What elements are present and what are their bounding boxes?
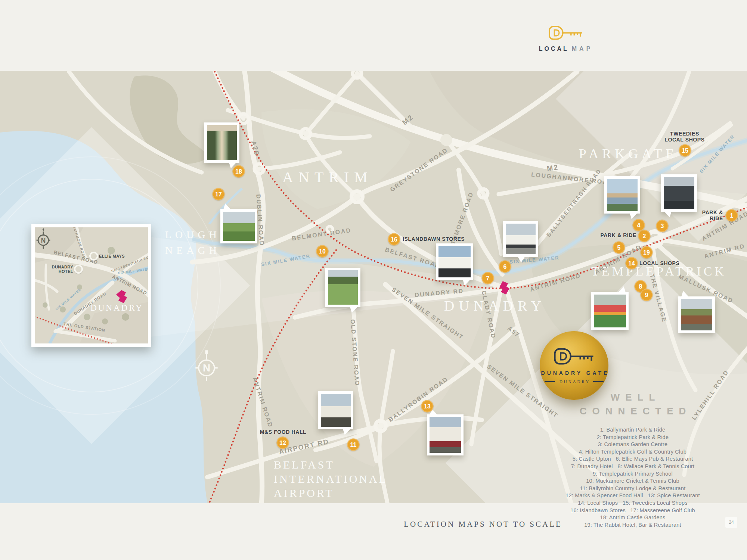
inset-poi-label-ellie-mays: ELLIE MAYS [99, 254, 125, 258]
legend-item-2: 2: Templepatrick Park & Ride [528, 434, 737, 441]
photo-tail [630, 213, 637, 219]
place-label-dunadry: DUNADRY [444, 298, 546, 314]
photo-tail [223, 203, 231, 209]
map-marker-18: 18 [233, 165, 245, 178]
legend-item-1: 1: Ballymartin Park & Ride [528, 426, 737, 434]
page-title: LOCALMAP [539, 46, 593, 52]
road-label-m2: M2 [546, 163, 559, 173]
rabbit-hotel-photo-image [681, 299, 712, 330]
inset-poi-ring-dunadry [74, 265, 83, 274]
photo-tail [463, 280, 470, 286]
dunadry-hotel-photo [503, 221, 538, 257]
hilton-golf-club-photo-image [607, 179, 638, 211]
marker-label-tweedies: TWEEDIES LOCAL SHOPS [664, 131, 704, 143]
key-icon [549, 25, 583, 40]
photo-tail [343, 429, 350, 435]
legend-item-8: 10: Muckamore Cricket & Tennis Club [528, 477, 737, 485]
photo-tail [664, 211, 672, 217]
massereene-golf-photo-image [223, 212, 255, 241]
wallace-park-photo [591, 292, 629, 330]
brand-lockup: LOCALMAP [539, 25, 593, 52]
hilton-golf-club-photo [604, 176, 640, 214]
key-icon [554, 348, 594, 365]
legend-item-9: 11: Ballyrobin Country Lodge & Restauran… [528, 485, 737, 492]
map-marker-16: 16 [388, 233, 400, 246]
marker-label-park-ride: PARK & RIDE [600, 232, 636, 238]
marker-label-islandbawn-stores: ISLANDBAWN STORES [403, 236, 465, 242]
svg-text:N: N [41, 237, 46, 244]
photo-tail [518, 256, 525, 262]
ballyrobin-lodge-photo-image [321, 394, 351, 427]
place-label-belfast: BELFAST INTERNATIONAL AIRPORT [274, 458, 388, 500]
antrim-castle-gardens-photo [204, 122, 239, 163]
map-marker-17: 17 [213, 188, 225, 200]
legend-item-4: 4: Hilton Templepatrick Golf & Country C… [528, 448, 737, 456]
islandbawn-stores-photo-image [438, 246, 471, 277]
map-marker-4: 4 [633, 219, 645, 231]
map-marker-12: 12 [277, 437, 289, 449]
inset-compass-rose: N [35, 227, 52, 251]
dunadry-hotel-photo-image [506, 224, 536, 254]
legend-item-5: 5: Castle Upton 6: Ellie Mays Pub & Rest… [528, 455, 737, 463]
inset-site-marker [116, 290, 127, 303]
inset-poi-label-dunadry: DUNADRY HOTEL [52, 265, 73, 274]
map-marker-14: 14 [626, 257, 638, 270]
map-marker-10: 10 [316, 245, 329, 258]
map-marker-11: 11 [347, 439, 360, 451]
muckamore-cricket-photo-image [328, 270, 358, 305]
map-marker-5: 5 [613, 242, 625, 254]
local-map-page: M2M2A26DUBLIN ROADGREYSTONE ROADRATHMORE… [0, 0, 747, 560]
map-marker-9: 9 [641, 289, 653, 301]
legend-item-6: 7: Dunadry Hotel 8: Wallace Park & Tenni… [528, 463, 737, 470]
ballyrobin-lodge-photo [318, 391, 353, 429]
legend-item-10: 12: Marks & Spencer Food Hall 13: Spice … [528, 492, 737, 500]
legend-item-12: 16: Islandbawn Stores 17: Massereene Gol… [528, 507, 737, 514]
antrim-castle-gardens-photo-image [207, 125, 237, 160]
map-marker-7: 7 [482, 272, 494, 284]
photo-tail [681, 291, 689, 297]
inset-map-content: N RATHMORE ROADBELFAST ROADBALLYBENTRAGH… [35, 227, 148, 343]
footer-disclaimer: LOCATION MAPS NOT TO SCALE [404, 520, 562, 529]
badge-title: DUNADRY GATE [539, 370, 610, 376]
map-marker-1: 1 [726, 209, 738, 222]
map-marker-2: 2 [638, 230, 651, 242]
legend-item-7: 9: Templepatrick Primary School [528, 470, 737, 478]
map-marker-6: 6 [499, 261, 511, 273]
inset-map: N RATHMORE ROADBELFAST ROADBALLYBENTRAGH… [31, 224, 151, 347]
marker-label-park-ride: PARK & RIDE [699, 209, 723, 221]
marker-label-local-shops: LOCAL SHOPS [639, 260, 679, 266]
islandbawn-stores-photo [436, 243, 473, 280]
map-marker-13: 13 [421, 400, 434, 413]
legend-item-3: 3: Colemans Garden Centre [528, 441, 737, 448]
photo-tail [350, 307, 357, 313]
colemans-garden-centre-photo [661, 174, 697, 212]
inset-place-label-dunadry: DUNADRY [90, 303, 143, 313]
badge-subtitle: DUNADRY [545, 379, 604, 384]
map-marker-19: 19 [641, 246, 653, 259]
muckamore-cricket-photo [325, 268, 360, 307]
place-label-antrim: ANTRIM [282, 168, 373, 186]
wallace-park-photo-image [594, 295, 626, 327]
map-marker-15: 15 [679, 144, 691, 157]
rabbit-hotel-photo [678, 296, 715, 333]
place-label-lough: LOUGH NEAGH [165, 227, 220, 258]
legend-item-11: 14: Local Shops 15: Tweedies Local Shops [528, 500, 737, 507]
photo-tail [618, 286, 626, 292]
spice-restaurant-photo-image [430, 417, 461, 453]
map-marker-3: 3 [656, 220, 669, 232]
svg-text:N: N [203, 362, 210, 374]
spice-restaurant-photo [427, 414, 464, 455]
massereene-golf-photo [220, 209, 257, 243]
legend: WELL CONNECTED 1: Ballymartin Park & Rid… [528, 391, 737, 529]
dunadry-gate-badge: DUNADRY GATE DUNADRY [540, 331, 608, 400]
place-label-parkgate: PARKGATE [579, 146, 678, 162]
legend-title-line2: CONNECTED [528, 404, 737, 418]
compass-rose: N [193, 347, 220, 386]
page-number: 24 [725, 517, 737, 528]
marker-label-m-s-food-hall: M&S FOOD HALL [260, 429, 306, 435]
colemans-garden-centre-photo-image [664, 177, 694, 209]
legend-items: 1: Ballymartin Park & Ride2: Templepatri… [528, 426, 737, 529]
inset-poi-ring-ellie-mays [89, 252, 98, 261]
